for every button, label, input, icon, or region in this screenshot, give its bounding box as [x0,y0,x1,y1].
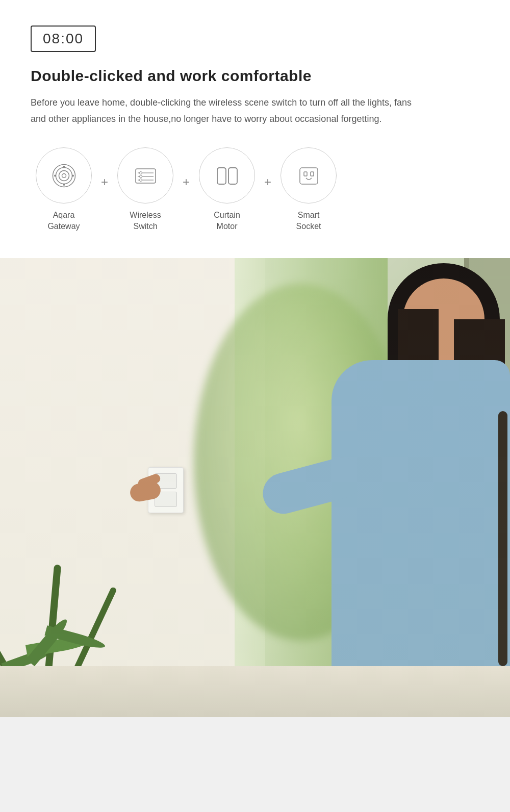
device-item-switch: Wireless Switch [117,147,173,233]
content-section: 08:00 Double-clicked and work comfortabl… [0,0,510,258]
scene-background [0,258,510,717]
device-item-socket: Smart Socket [280,147,337,233]
devices-row: Aqara Gateway + [31,147,479,233]
person-body [332,360,510,717]
svg-rect-18 [304,172,307,176]
device-item-curtain: Curtain Motor [199,147,255,233]
scene-image-section [0,258,510,717]
curtain-motor-icon [213,162,241,190]
wireless-switch-icon [132,162,160,190]
curtain-icon-circle [199,147,255,204]
switch-label: Wireless Switch [130,210,161,233]
svg-rect-17 [300,168,318,184]
gateway-icon-circle [36,147,92,204]
svg-point-5 [63,184,65,186]
svg-point-4 [63,166,65,168]
floor-line [0,666,510,717]
time-text: 08:00 [43,31,84,46]
svg-point-12 [139,171,142,174]
time-badge: 08:00 [31,26,96,52]
svg-point-14 [139,179,142,181]
curtain-label: Curtain Motor [214,210,240,233]
svg-rect-8 [136,169,156,183]
gateway-label: Aqara Gateway [47,210,80,233]
svg-point-3 [62,173,66,177]
gateway-icon [50,162,78,190]
bag-strap [498,411,507,666]
svg-point-2 [59,170,69,181]
plus-sign-2: + [183,175,190,205]
svg-rect-15 [217,168,226,184]
smart-socket-icon [295,162,323,190]
page-wrapper: 08:00 Double-clicked and work comfortabl… [0,0,510,717]
svg-point-6 [54,174,56,176]
socket-label: Smart Socket [296,210,321,233]
plus-sign-3: + [264,175,271,205]
svg-rect-16 [228,168,237,184]
svg-rect-19 [311,172,314,176]
device-item-gateway: Aqara Gateway [36,147,92,233]
svg-point-1 [56,167,72,184]
socket-icon-circle [280,147,337,204]
svg-point-13 [139,175,142,177]
main-title: Double-clicked and work comfortable [31,67,479,85]
svg-point-7 [72,174,74,176]
plus-sign-1: + [101,175,108,205]
switch-icon-circle [117,147,173,204]
description-text: Before you leave home, double-clicking t… [31,95,413,127]
